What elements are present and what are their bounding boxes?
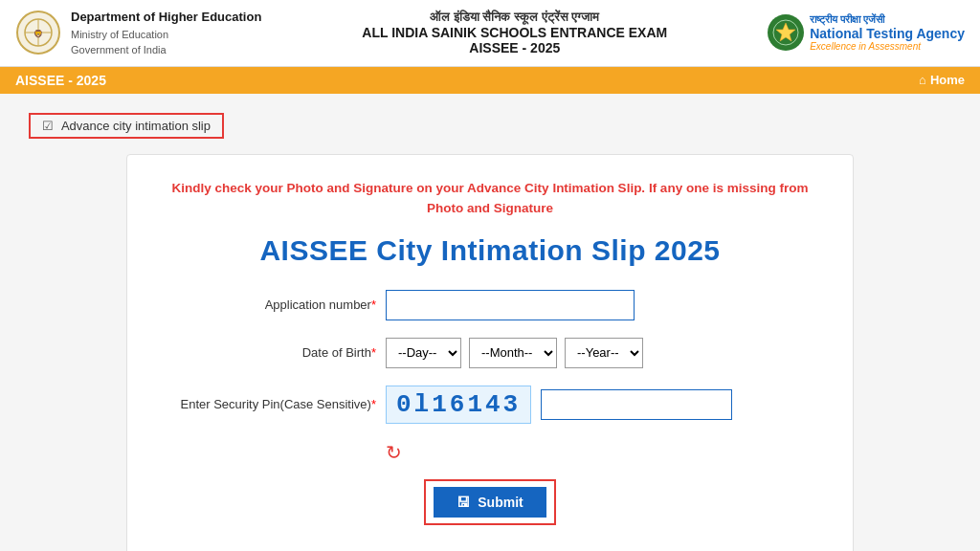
dept-name: Department of Higher Education xyxy=(71,8,261,27)
main-content: ☑ Advance city intimation slip Kindly ch… xyxy=(0,94,980,552)
submit-icon: 🖫 xyxy=(457,495,470,510)
india-emblem: 🦁 xyxy=(15,10,61,55)
security-pin-input[interactable] xyxy=(541,389,732,420)
ministry-name: Ministry of Education xyxy=(71,27,261,43)
dob-label: Date of Birth* xyxy=(166,345,376,360)
security-pin-row: Enter Security Pin(Case Sensitive)* 0l16… xyxy=(166,386,814,424)
nta-text-block: राष्ट्रीय परीक्षा एजेंसी National Testin… xyxy=(810,13,965,52)
nta-tagline: Excellence in Assessment xyxy=(810,41,965,52)
dob-year-select[interactable]: --Year-- xyxy=(565,338,643,368)
submit-label: Submit xyxy=(478,495,523,510)
warning-message: Kindly check your Photo and Signature on… xyxy=(166,178,814,219)
nta-emblem-icon xyxy=(772,19,799,46)
header-year: AISSEE - 2025 xyxy=(261,40,768,55)
nta-logo: राष्ट्रीय परीक्षा एजेंसी National Testin… xyxy=(768,13,965,52)
english-title: ALL INDIA SAINIK SCHOOLS ENTRANCE EXAM xyxy=(261,25,768,40)
nta-hindi-label: राष्ट्रीय परीक्षा एजेंसी xyxy=(810,13,965,26)
header-center: ऑल इंडिया सैनिक स्कूल एंट्रेंस एग्जाम AL… xyxy=(261,10,768,55)
header-right: राष्ट्रीय परीक्षा एजेंसी National Testin… xyxy=(768,13,965,52)
home-label: Home xyxy=(930,73,965,87)
header-dept-info: Department of Higher Education Ministry … xyxy=(71,8,261,58)
hindi-title: ऑल इंडिया सैनिक स्कूल एंट्रेंस एग्जाम xyxy=(261,10,768,25)
dob-selects: --Day-- --Month-- --Year-- xyxy=(386,338,643,368)
breadcrumb-label: Advance city intimation slip xyxy=(61,119,211,133)
form-container: Kindly check your Photo and Signature on… xyxy=(126,154,854,552)
document-icon: ☑ xyxy=(42,119,54,133)
home-link[interactable]: ⌂ Home xyxy=(919,73,965,87)
application-number-input[interactable] xyxy=(386,290,635,320)
page-title: AISSEE City Intimation Slip 2025 xyxy=(166,234,814,267)
home-icon: ⌂ xyxy=(919,73,926,87)
submit-button[interactable]: 🖫 Submit xyxy=(434,487,546,518)
dob-row: Date of Birth* --Day-- --Month-- --Year-… xyxy=(166,338,814,368)
security-label: Enter Security Pin(Case Sensitive)* xyxy=(166,397,376,411)
submit-button-wrapper: 🖫 Submit xyxy=(424,479,555,525)
captcha-display: 0l16143 xyxy=(386,386,531,424)
navbar: AISSEE - 2025 ⌂ Home xyxy=(0,67,980,94)
submit-row: 🖫 Submit xyxy=(166,479,814,525)
nta-english-label: National Testing Agency xyxy=(810,26,965,41)
dob-month-select[interactable]: --Month-- xyxy=(469,338,557,368)
application-label: Application number* xyxy=(166,298,376,312)
refresh-row: ↻ xyxy=(166,441,814,464)
security-row-inputs: 0l16143 xyxy=(386,386,732,424)
refresh-captcha-icon[interactable]: ↻ xyxy=(386,441,402,464)
nav-title: AISSEE - 2025 xyxy=(15,73,106,88)
nta-badge-icon xyxy=(768,14,804,51)
svg-text:🦁: 🦁 xyxy=(33,29,43,38)
header-left: 🦁 Department of Higher Education Ministr… xyxy=(15,8,261,58)
govt-name: Government of India xyxy=(71,42,261,58)
application-number-row: Application number* xyxy=(166,290,814,320)
breadcrumb[interactable]: ☑ Advance city intimation slip xyxy=(29,113,224,139)
site-header: 🦁 Department of Higher Education Ministr… xyxy=(0,0,980,67)
dob-day-select[interactable]: --Day-- xyxy=(386,338,461,368)
